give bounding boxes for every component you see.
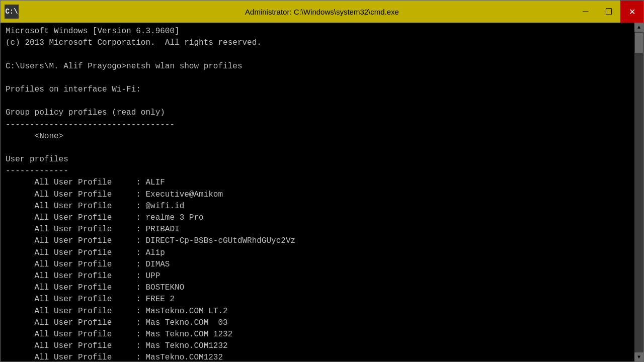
scroll-up-button[interactable]: ▲ [634,23,643,32]
scrollbar: ▲ ▼ [634,23,643,361]
cmd-window: C:\ Administrator: C:\Windows\system32\c… [0,0,644,362]
scrollbar-track [634,32,643,352]
cmd-icon: C:\ [5,5,19,19]
minimize-button[interactable]: ─ [574,1,597,23]
titlebar-controls: ─ ❐ ✕ [574,1,643,23]
scrollbar-thumb[interactable] [635,33,643,53]
scroll-down-button[interactable]: ▼ [634,352,643,361]
terminal-output[interactable]: Microsoft Windows [Version 6.3.9600] (c)… [1,23,634,361]
restore-button[interactable]: ❐ [597,1,620,23]
titlebar: C:\ Administrator: C:\Windows\system32\c… [1,1,643,23]
close-button[interactable]: ✕ [620,1,643,23]
terminal-area: Microsoft Windows [Version 6.3.9600] (c)… [1,23,643,361]
titlebar-left: C:\ [5,5,19,19]
window-title: Administrator: C:\Windows\system32\cmd.e… [0,8,644,16]
